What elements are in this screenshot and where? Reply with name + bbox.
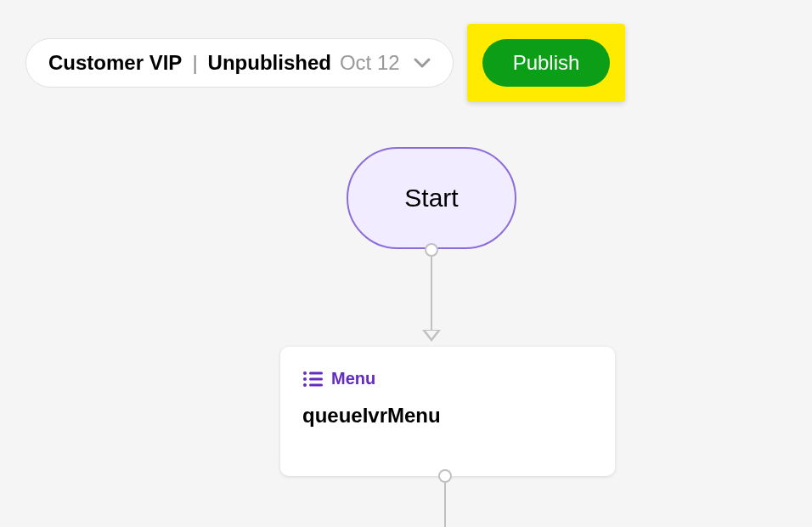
svg-point-4 [303, 383, 307, 387]
publish-button[interactable]: Publish [482, 39, 611, 87]
svg-rect-3 [309, 377, 323, 380]
flow-divider: | [192, 51, 197, 75]
svg-point-0 [303, 371, 307, 375]
flow-date: Oct 12 [340, 51, 400, 75]
editor-header: Customer VIP | Unpublished Oct 12 Publis… [0, 0, 812, 102]
publish-highlight-frame: Publish [467, 24, 626, 102]
start-node-label: Start [404, 184, 458, 212]
chevron-down-icon [414, 54, 431, 71]
connector-port[interactable] [425, 243, 438, 257]
svg-rect-1 [309, 371, 323, 374]
svg-point-2 [303, 377, 307, 381]
flow-selector-dropdown[interactable]: Customer VIP | Unpublished Oct 12 [25, 38, 454, 88]
connector-line [431, 257, 432, 333]
connector-arrow-icon [422, 330, 441, 342]
start-node[interactable]: Start [347, 147, 516, 249]
menu-node[interactable]: Menu queueIvrMenu [280, 347, 615, 476]
menu-node-type-label: Menu [331, 369, 375, 388]
svg-rect-5 [309, 383, 323, 386]
menu-node-title: queueIvrMenu [302, 404, 593, 428]
connector-line [444, 483, 446, 527]
flow-name: Customer VIP [48, 51, 182, 75]
flow-status: Unpublished [208, 51, 331, 75]
connector-port[interactable] [438, 469, 452, 483]
menu-node-header: Menu [302, 369, 593, 388]
menu-list-icon [302, 371, 323, 388]
